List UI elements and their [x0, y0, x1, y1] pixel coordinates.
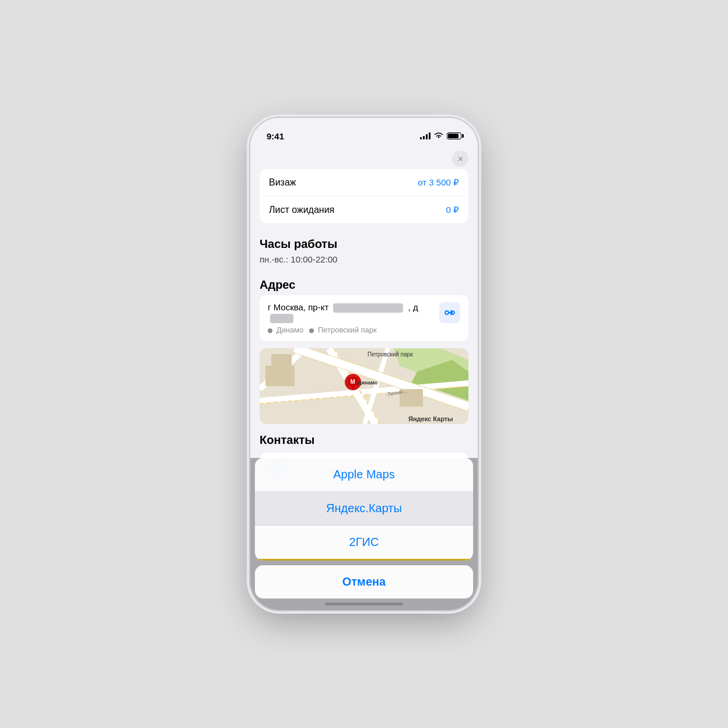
action-apple-maps-label: Apple Maps	[333, 468, 395, 481]
battery-icon	[447, 132, 461, 139]
address-metro: Динамо Петровский парк	[268, 326, 435, 334]
address-row: г Москва, пр-кт , д Динамо	[260, 295, 468, 341]
metro-dot-1	[268, 328, 272, 333]
svg-text:Динамо: Динамо	[358, 380, 378, 386]
route-icon	[444, 307, 456, 318]
service-name-vizazh: Визаж	[269, 177, 296, 188]
action-yandex-maps[interactable]: Яндекс.Карты	[255, 492, 473, 526]
action-cancel-button[interactable]: Отмена	[255, 565, 473, 598]
address-street-blurred	[333, 303, 403, 313]
close-icon: ✕	[457, 155, 464, 163]
action-sheet-group: Apple Maps Яндекс.Карты 2ГИС	[255, 458, 473, 561]
metro-dot-2	[309, 328, 314, 333]
address-card: г Москва, пр-кт , д Динамо	[260, 295, 468, 341]
svg-text:Петровский парк: Петровский парк	[368, 351, 413, 358]
action-cancel-label: Отмена	[342, 575, 386, 589]
contacts-header: Контакты	[260, 433, 468, 447]
action-apple-maps[interactable]: Apple Maps	[255, 458, 473, 492]
map-container[interactable]: Ленин... Яндекс Карты М Динамо Петровски…	[260, 348, 468, 424]
status-bar: 9:41	[250, 118, 478, 146]
working-hours-schedule: пн.-вс.: 10:00-22:00	[250, 254, 478, 271]
svg-text:Яндекс Карты: Яндекс Карты	[408, 415, 453, 422]
working-hours-section: Часы работы пн.-вс.: 10:00-22:00	[250, 230, 478, 271]
service-row-waitlist: Лист ожидания 0 ₽	[260, 197, 468, 223]
service-price-waitlist: 0 ₽	[446, 205, 459, 215]
screen-content: ✕ Визаж от 3 500 ₽ Лист ожидания 0 ₽ Час…	[250, 146, 478, 610]
service-price-vizazh: от 3 500 ₽	[418, 177, 459, 188]
map-svg: Ленин... Яндекс Карты М Динамо Петровски…	[260, 348, 468, 424]
svg-point-0	[445, 311, 449, 314]
address-section: Адрес г Москва, пр-кт , д Ди	[250, 271, 478, 341]
close-button[interactable]: ✕	[452, 150, 468, 167]
phone-frame: 9:41 ✕	[250, 118, 478, 610]
working-hours-header: Часы работы	[250, 230, 478, 254]
status-icons	[420, 132, 461, 141]
address-city: г Москва, пр-кт	[268, 302, 328, 312]
action-2gis[interactable]: 2ГИС	[255, 526, 473, 561]
signal-icon	[420, 132, 430, 139]
action-yandex-maps-label: Яндекс.Карты	[326, 502, 402, 515]
action-cancel-group: Отмена	[255, 565, 473, 598]
wifi-icon	[434, 132, 443, 141]
services-section: Визаж от 3 500 ₽ Лист ожидания 0 ₽	[260, 169, 468, 223]
address-number-blurred	[270, 314, 293, 323]
action-2gis-label: 2ГИС	[349, 536, 379, 549]
svg-rect-13	[265, 366, 295, 386]
action-sheet-overlay: Apple Maps Яндекс.Карты 2ГИС Отмена	[250, 458, 478, 610]
metro-station-2: Петровский парк	[309, 326, 376, 334]
route-button[interactable]	[439, 302, 460, 323]
status-time: 9:41	[267, 131, 284, 141]
close-row: ✕	[250, 146, 478, 169]
address-text-block: г Москва, пр-кт , д Динамо	[268, 302, 435, 334]
address-suffix: , д	[408, 302, 418, 312]
address-header: Адрес	[250, 271, 478, 295]
address-main: г Москва, пр-кт , д	[268, 302, 435, 323]
service-name-waitlist: Лист ожидания	[269, 205, 334, 215]
metro-station-1: Динамо	[268, 326, 303, 334]
svg-rect-14	[271, 354, 292, 366]
service-row-vizazh: Визаж от 3 500 ₽	[260, 169, 468, 197]
svg-text:М: М	[351, 379, 355, 385]
